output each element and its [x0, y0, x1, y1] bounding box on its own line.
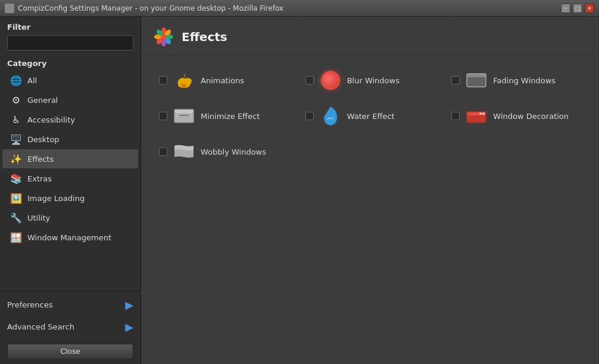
window-management-icon: 🪟: [10, 231, 23, 244]
minimize-button[interactable]: ─: [561, 4, 570, 13]
sidebar-item-extras[interactable]: 📚 Extras: [2, 169, 138, 188]
sidebar-item-utility-label: Utility: [27, 214, 50, 222]
preferences-arrow-icon: ▶: [125, 299, 133, 311]
plugin-label-wobbly-windows: Wobbly Windows: [201, 148, 266, 156]
plugin-grid: Animations Blur Windows: [141, 55, 599, 177]
svg-point-23: [479, 112, 482, 115]
page-header-icon: [153, 26, 174, 48]
sidebar: Filter Category 🌐 All ⚙️ General ♿ Acces…: [0, 17, 141, 364]
fading-windows-icon: [466, 70, 487, 91]
app-window: Filter Category 🌐 All ⚙️ General ♿ Acces…: [0, 17, 599, 364]
sidebar-item-general[interactable]: ⚙️ General: [2, 90, 138, 109]
page-header: Effects: [141, 17, 599, 55]
plugin-toggle-minimize-effect[interactable]: [159, 112, 167, 120]
window-title: CompizConfig Settings Manager - on your …: [18, 4, 561, 12]
plugin-label-fading-windows: Fading Windows: [493, 76, 556, 85]
effects-header-icon: [153, 26, 174, 48]
sidebar-item-extras-label: Extras: [27, 174, 52, 183]
filter-input[interactable]: [7, 35, 133, 51]
sidebar-item-effects[interactable]: ✨ Effects: [2, 149, 138, 168]
plugin-label-minimize-effect: Minimize Effect: [201, 112, 260, 121]
advanced-search-arrow-icon: ▶: [125, 321, 133, 333]
plugin-label-blur-windows: Blur Windows: [347, 76, 400, 85]
effects-icon: ✨: [10, 152, 23, 165]
close-btn-container: Close: [0, 340, 141, 364]
plugin-label-window-decoration: Window Decoration: [493, 112, 569, 121]
sidebar-item-all-label: All: [27, 76, 37, 85]
plugin-label-animations: Animations: [201, 76, 244, 85]
sidebar-footer: Preferences ▶ Advanced Search ▶: [0, 291, 141, 340]
minimize-effect-icon: [173, 105, 195, 127]
sidebar-item-effects-label: Effects: [27, 155, 54, 164]
app-icon: [5, 4, 14, 13]
preferences-label: Preferences: [7, 300, 52, 309]
close-window-button[interactable]: ✕: [585, 4, 594, 13]
advanced-search-label: Advanced Search: [7, 322, 74, 331]
advanced-search-item[interactable]: Advanced Search ▶: [0, 316, 141, 338]
utility-icon: 🔧: [10, 211, 23, 224]
sidebar-item-utility[interactable]: 🔧 Utility: [2, 208, 138, 227]
window-decoration-icon: [466, 105, 487, 127]
plugin-toggle-window-decoration[interactable]: [451, 112, 460, 120]
plugin-item-animations[interactable]: Animations: [153, 65, 295, 96]
sidebar-item-window-management-label: Window Management: [27, 233, 111, 242]
accessibility-icon: ♿: [10, 113, 23, 126]
plugin-toggle-animations[interactable]: [159, 76, 167, 84]
sidebar-item-image-loading-label: Image Loading: [27, 194, 85, 203]
image-loading-icon: 🖼️: [10, 192, 23, 205]
plugin-item-wobbly-windows[interactable]: Wobbly Windows: [153, 136, 295, 167]
plugin-item-water-effect[interactable]: Water Effect: [300, 101, 441, 131]
sidebar-item-accessibility-label: Accessibility: [27, 115, 75, 124]
sidebar-item-general-label: General: [27, 96, 58, 105]
svg-point-22: [482, 112, 485, 115]
sidebar-item-all[interactable]: 🌐 All: [2, 71, 138, 90]
sidebar-item-desktop-label: Desktop: [27, 135, 60, 144]
plugin-item-window-decoration[interactable]: Window Decoration: [445, 101, 587, 131]
general-icon: ⚙️: [10, 93, 23, 106]
sidebar-item-image-loading[interactable]: 🖼️ Image Loading: [2, 189, 138, 208]
window-controls: ─ □ ✕: [561, 4, 594, 13]
desktop-icon: 🖥️: [10, 133, 23, 146]
svg-rect-13: [467, 74, 486, 77]
maximize-button[interactable]: □: [573, 4, 582, 13]
plugin-label-water-effect: Water Effect: [347, 112, 395, 121]
plugin-item-blur-windows[interactable]: Blur Windows: [300, 65, 441, 96]
main-content: Effects Animations: [141, 17, 599, 364]
sidebar-item-desktop[interactable]: 🖥️ Desktop: [2, 130, 138, 149]
water-effect-icon: [320, 105, 341, 127]
svg-rect-16: [174, 109, 194, 113]
preferences-item[interactable]: Preferences ▶: [0, 294, 141, 316]
animations-icon: [173, 70, 195, 91]
extras-icon: 📚: [10, 172, 23, 185]
category-label: Category: [0, 54, 141, 70]
all-icon: 🌐: [10, 74, 23, 87]
plugin-toggle-blur-windows[interactable]: [305, 76, 314, 84]
blur-windows-icon: [320, 70, 341, 91]
wobbly-windows-icon: [173, 141, 195, 162]
plugin-toggle-water-effect[interactable]: [305, 112, 314, 120]
plugin-item-minimize-effect[interactable]: Minimize Effect: [153, 101, 295, 131]
filter-label: Filter: [7, 23, 133, 32]
sidebar-item-window-management[interactable]: 🪟 Window Management: [2, 228, 138, 247]
plugin-toggle-fading-windows[interactable]: [451, 76, 460, 84]
svg-rect-11: [182, 86, 186, 87]
sidebar-item-accessibility[interactable]: ♿ Accessibility: [2, 110, 138, 129]
sidebar-items: 🌐 All ⚙️ General ♿ Accessibility 🖥️ Desk…: [0, 70, 141, 291]
plugin-toggle-wobbly-windows[interactable]: [159, 148, 167, 156]
page-title: Effects: [182, 30, 227, 44]
filter-section: Filter: [0, 17, 141, 54]
plugin-item-fading-windows[interactable]: Fading Windows: [445, 65, 587, 96]
titlebar: CompizConfig Settings Manager - on your …: [0, 0, 599, 17]
svg-rect-18: [179, 115, 189, 116]
close-button[interactable]: Close: [7, 344, 133, 359]
